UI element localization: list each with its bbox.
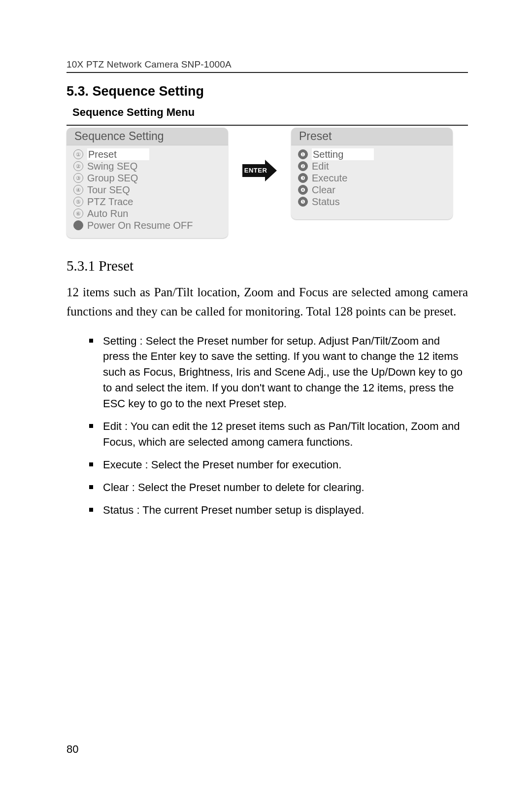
- menu-marker-icon: ⑤: [73, 197, 83, 207]
- menu-item-label: Setting: [312, 148, 374, 160]
- description-item: Status : The current Preset number setup…: [89, 502, 468, 518]
- description-item: Clear : Select the Preset number to dele…: [89, 480, 468, 495]
- sequence-menu-item: ③Group SEQ: [73, 172, 223, 184]
- sequence-setting-panel-title: Sequence Setting: [66, 128, 228, 145]
- description-item: Edit : You can edit the 12 preset items …: [89, 419, 468, 450]
- menu-marker-icon: ❷: [298, 161, 308, 171]
- menu-marker-icon: [73, 220, 83, 230]
- menu-item-label: Status: [312, 196, 340, 208]
- subtitle-rule: [66, 125, 468, 126]
- preset-menu-item: ❶Setting: [298, 148, 448, 160]
- enter-arrow: ENTER: [228, 128, 291, 190]
- menu-marker-icon: ④: [73, 185, 83, 195]
- page-number: 80: [66, 743, 78, 756]
- menu-marker-icon: ①: [73, 149, 83, 159]
- menu-item-label: Execute: [312, 172, 347, 184]
- menu-marker-icon: ③: [73, 173, 83, 183]
- preset-menu-item: ❸Execute: [298, 172, 448, 184]
- menu-marker-icon: ②: [73, 161, 83, 171]
- preset-menu-item: ❺Status: [298, 196, 448, 208]
- menu-item-label: Tour SEQ: [87, 184, 130, 196]
- sequence-menu-item: ④Tour SEQ: [73, 184, 223, 196]
- description-list: Setting : Select the Preset number for s…: [89, 333, 468, 518]
- menu-marker-icon: ❶: [298, 149, 308, 159]
- document-page: 10X PTZ Network Camera SNP-1000A 5.3. Se…: [0, 0, 532, 810]
- sequence-menu-item: Power On Resume OFF: [73, 219, 223, 231]
- menu-item-label: PTZ Trace: [87, 196, 133, 208]
- description-item: Execute : Select the Preset number for e…: [89, 457, 468, 473]
- preset-panel-body: ❶Setting❷Edit❸Execute❹Clear❺Status: [291, 145, 453, 219]
- sequence-menu-item: ①Preset: [73, 148, 223, 160]
- sequence-menu-list: ①Preset②Swing SEQ③Group SEQ④Tour SEQ⑤PTZ…: [73, 148, 223, 231]
- menu-diagram: Sequence Setting ①Preset②Swing SEQ③Group…: [66, 128, 468, 238]
- svg-marker-0: [242, 160, 277, 181]
- section-title: 5.3. Sequence Setting: [66, 84, 468, 99]
- subsection-title: 5.3.1 Preset: [66, 258, 468, 274]
- preset-menu-list: ❶Setting❷Edit❸Execute❹Clear❺Status: [298, 148, 448, 208]
- menu-marker-icon: ❸: [298, 173, 308, 183]
- preset-menu-item: ❷Edit: [298, 160, 448, 172]
- menu-item-label: Group SEQ: [87, 172, 138, 184]
- menu-marker-icon: ❺: [298, 197, 308, 207]
- menu-item-label: Clear: [312, 184, 335, 196]
- menu-marker-icon: ⑥: [73, 209, 83, 218]
- sequence-menu-item: ②Swing SEQ: [73, 160, 223, 172]
- menu-item-label: Power On Resume OFF: [87, 219, 193, 231]
- subsection-paragraph: 12 items such as Pan/Tilt location, Zoom…: [66, 283, 468, 321]
- sequence-setting-panel: Sequence Setting ①Preset②Swing SEQ③Group…: [66, 128, 228, 238]
- arrow-icon: [242, 158, 277, 183]
- menu-marker-icon: ❹: [298, 185, 308, 195]
- menu-item-label: Swing SEQ: [87, 160, 137, 172]
- header-rule: [66, 72, 468, 73]
- preset-panel: Preset ❶Setting❷Edit❸Execute❹Clear❺Statu…: [291, 128, 453, 219]
- menu-item-label: Edit: [312, 160, 329, 172]
- section-subtitle: Sequence Setting Menu: [72, 106, 468, 119]
- menu-item-label: Auto Run: [87, 208, 128, 219]
- page-header: 10X PTZ Network Camera SNP-1000A: [66, 59, 468, 70]
- menu-item-label: Preset: [87, 148, 149, 160]
- sequence-menu-item: ⑥Auto Run: [73, 208, 223, 219]
- sequence-menu-item: ⑤PTZ Trace: [73, 196, 223, 208]
- preset-menu-item: ❹Clear: [298, 184, 448, 196]
- sequence-setting-panel-body: ①Preset②Swing SEQ③Group SEQ④Tour SEQ⑤PTZ…: [66, 145, 228, 238]
- preset-panel-title: Preset: [291, 128, 453, 145]
- description-item: Setting : Select the Preset number for s…: [89, 333, 468, 412]
